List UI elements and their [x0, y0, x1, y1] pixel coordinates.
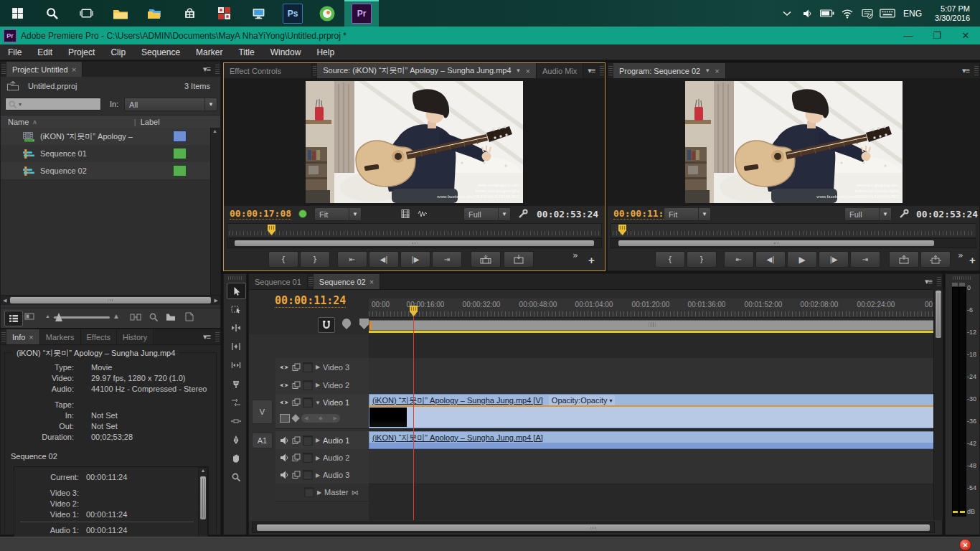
project-row-movie[interactable]: (iKON) “지못미” Apology – [1, 128, 212, 146]
track-select-tool[interactable] [227, 301, 245, 316]
panel-grip[interactable] [1, 65, 6, 74]
hand-tool[interactable] [227, 451, 245, 466]
tab-history[interactable]: History [117, 329, 154, 344]
source-patch-audio[interactable]: A1 [252, 433, 273, 448]
panel-grip[interactable] [313, 66, 317, 75]
lift-button[interactable] [889, 251, 919, 268]
next-keyframe-icon[interactable]: ▶ [334, 415, 337, 421]
language-indicator[interactable]: ENG [899, 9, 926, 19]
project-hscrollbar[interactable]: ◀ ▶ [1, 295, 220, 305]
settings-wrench-icon[interactable] [899, 209, 909, 219]
rate-stretch-tool[interactable] [227, 357, 245, 372]
meter-clip-indicator-right[interactable] [959, 283, 965, 286]
volume-icon[interactable] [798, 5, 816, 22]
source-current-timecode[interactable]: 00:00:17:08 [230, 208, 291, 220]
track-lock-toggle[interactable] [303, 470, 313, 480]
track-header-master[interactable]: ▶ Master ⋈ [275, 484, 369, 501]
new-item-button[interactable] [185, 312, 194, 321]
sync-lock-icon[interactable] [291, 453, 301, 463]
track-lock-toggle[interactable] [303, 397, 313, 408]
mark-in-button[interactable]: { [268, 251, 298, 268]
drag-audio-only-icon[interactable] [418, 209, 428, 219]
zoom-tool[interactable] [227, 469, 245, 484]
track-lane-video3[interactable] [369, 358, 933, 377]
project-row-sequence01[interactable]: Sequence 01 [1, 145, 212, 163]
rolling-edit-tool[interactable] [227, 339, 245, 354]
step-back-button[interactable]: ◀| [755, 251, 786, 268]
panel-grip[interactable] [974, 66, 979, 75]
close-tab-icon[interactable]: × [715, 67, 719, 75]
track-name[interactable]: Audio 1 [323, 436, 349, 445]
track-lock-toggle[interactable] [303, 362, 313, 372]
toggle-track-mute-icon[interactable] [278, 471, 289, 480]
minimize-button[interactable]: — [894, 30, 923, 41]
timeline-current-timecode[interactable]: 00:00:11:24 [275, 294, 346, 308]
close-tab-icon[interactable]: × [72, 65, 76, 74]
track-lane-audio2[interactable] [369, 449, 933, 467]
set-display-style-icon[interactable] [280, 414, 290, 423]
coccoc-browser-icon[interactable] [310, 0, 344, 27]
timeline-hscrollbar[interactable] [252, 522, 935, 533]
panel-grip[interactable] [1, 332, 6, 342]
bin-up-icon[interactable] [6, 81, 19, 91]
restore-button[interactable]: ❐ [923, 30, 951, 41]
program-resolution-dropdown[interactable]: Full▼ [844, 207, 892, 221]
menu-title[interactable]: Title [230, 44, 262, 60]
expand-track-icon[interactable]: ▶ [314, 472, 321, 479]
tab-dropdown-icon[interactable]: ▼ [704, 67, 711, 74]
expand-track-icon[interactable]: ▶ [314, 437, 321, 443]
menu-project[interactable]: Project [60, 44, 103, 60]
panel-menu-icon[interactable]: ▾≡ [583, 63, 599, 78]
file-explorer-icon[interactable] [103, 0, 138, 27]
clip-effect-badge[interactable]: Opacity:Opacity▾ [549, 395, 616, 405]
program-scrub-bar[interactable] [611, 223, 976, 237]
sort-asc-icon[interactable]: ᴧ [33, 118, 37, 126]
tab-sequence01[interactable]: Sequence 01 [249, 274, 308, 289]
tab-sequence02[interactable]: Sequence 02× [314, 274, 380, 289]
wifi-icon[interactable] [839, 5, 856, 22]
expand-track-icon[interactable]: ▶ [316, 489, 323, 496]
track-header-audio2[interactable]: ▶ Audio 2 [275, 449, 369, 467]
panel-grip[interactable] [608, 66, 613, 75]
label-swatch-green[interactable] [173, 165, 187, 176]
button-editor-add[interactable]: + [969, 254, 976, 266]
track-lock-toggle[interactable] [303, 435, 313, 446]
source-hscrollbar[interactable] [227, 238, 602, 248]
video-clip-header[interactable]: (iKON) “지못미” Apology – Sungha Jung.mp4 [… [369, 394, 935, 406]
settings-wrench-icon[interactable] [518, 209, 528, 219]
mark-in-button[interactable]: { [655, 251, 685, 268]
slide-tool[interactable] [227, 413, 245, 428]
tab-dropdown-icon[interactable]: ▼ [515, 67, 522, 74]
zoom-in-icon[interactable]: ▲ [113, 312, 120, 320]
tab-info[interactable]: Info× [6, 329, 40, 344]
track-lane-audio3[interactable] [369, 466, 933, 484]
battery-icon[interactable] [819, 5, 836, 22]
find-button[interactable] [149, 312, 159, 322]
extract-button[interactable] [920, 251, 951, 268]
panel-grip[interactable] [953, 276, 972, 280]
pen-tool[interactable] [227, 432, 245, 447]
toggle-track-output-icon[interactable] [278, 380, 289, 390]
windows-store-icon[interactable] [172, 0, 207, 27]
track-lock-toggle[interactable] [303, 453, 313, 463]
column-divider[interactable]: | [134, 118, 136, 126]
label-swatch-blue[interactable] [173, 131, 187, 142]
source-resolution-dropdown[interactable]: Full▼ [463, 207, 511, 221]
track-name[interactable]: Audio 2 [323, 453, 349, 462]
track-header-audio3[interactable]: ▶ Audio 3 [275, 466, 369, 484]
source-video-preview[interactable] [306, 81, 523, 203]
zoom-out-icon[interactable]: ▲ [45, 314, 50, 319]
go-to-in-button[interactable]: ⇤ [337, 251, 367, 268]
track-lane-video1[interactable]: (iKON) “지못미” Apology – Sungha Jung.mp4 [… [369, 394, 933, 429]
show-keyframes-icon[interactable] [291, 414, 299, 422]
thumbnail-zoom-slider[interactable] [54, 316, 110, 319]
effect-dropdown-icon[interactable]: ▾ [609, 397, 612, 404]
keyboard-icon[interactable] [879, 5, 896, 22]
keyframe-nav-group[interactable]: ◀◆▶ [301, 414, 340, 423]
menu-help[interactable]: Help [308, 44, 342, 60]
drag-video-only-icon[interactable] [400, 209, 410, 219]
in-filter-dropdown[interactable]: All▼ [124, 98, 217, 111]
toggle-track-output-icon[interactable] [278, 362, 289, 372]
menu-marker[interactable]: Marker [188, 44, 230, 60]
tab-program[interactable]: Program: Sequence 02▼× [613, 63, 726, 78]
